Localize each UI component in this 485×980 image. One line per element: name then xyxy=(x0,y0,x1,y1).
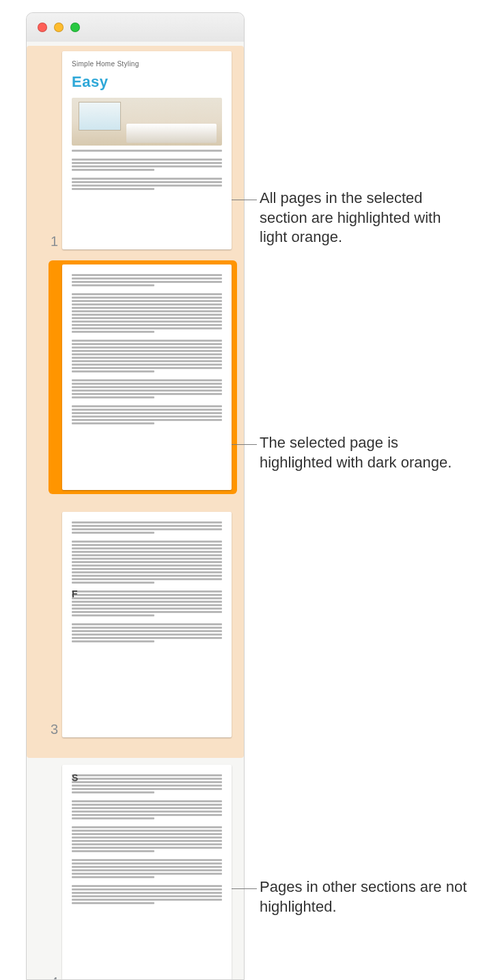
sidebar-window: 1 Simple Home Styling Easy 2 xyxy=(26,12,245,980)
page-thumbnail-content: Simple Home Styling Easy xyxy=(62,51,232,249)
page-thumbnail-2-selected[interactable]: 2 xyxy=(27,264,244,490)
page-number: 1 xyxy=(27,234,62,249)
page-number: 4 xyxy=(27,975,62,979)
callout-other-sections: Pages in other sections are not highligh… xyxy=(260,877,471,916)
zoom-icon[interactable] xyxy=(70,23,80,32)
window-titlebar xyxy=(27,13,244,42)
help-figure: 1 Simple Home Styling Easy 2 xyxy=(0,0,485,980)
doc-title: Easy xyxy=(72,71,222,93)
close-icon[interactable] xyxy=(38,23,47,32)
hero-image xyxy=(72,98,222,146)
dropcap: F xyxy=(72,589,78,599)
minimize-icon[interactable] xyxy=(54,23,64,32)
doc-subtitle: Simple Home Styling xyxy=(72,59,222,70)
callout-selected-page: The selected page is highlighted with da… xyxy=(260,433,471,472)
page-thumbnail-content: S xyxy=(62,765,232,979)
page-thumbnail-content: F xyxy=(62,512,232,737)
page-thumbnail-1[interactable]: 1 Simple Home Styling Easy xyxy=(27,51,244,249)
page-thumbnail-content xyxy=(62,264,232,490)
page-number: 2 xyxy=(27,474,62,490)
thumbnail-sidebar: 1 Simple Home Styling Easy 2 xyxy=(27,42,244,979)
page-thumbnail-3[interactable]: 3 F xyxy=(27,512,244,737)
callout-section-highlight: All pages in the selected section are hi… xyxy=(260,189,471,247)
page-thumbnail-4[interactable]: 4 S xyxy=(27,765,244,979)
page-number: 3 xyxy=(27,722,62,737)
dropcap: S xyxy=(72,773,78,782)
